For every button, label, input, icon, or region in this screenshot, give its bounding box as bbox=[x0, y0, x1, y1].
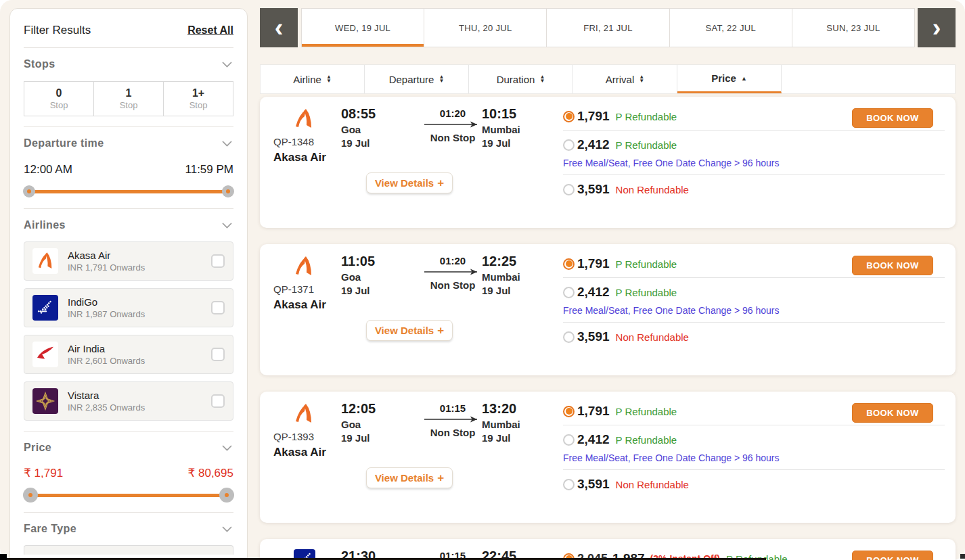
view-details-button[interactable]: View Details + bbox=[366, 172, 453, 193]
chevron-left-icon: ‹ bbox=[275, 11, 284, 45]
slider-handle-min[interactable] bbox=[23, 185, 35, 197]
airline-name: IndiGo bbox=[68, 296, 145, 308]
book-now-button[interactable]: BOOK NOW bbox=[852, 256, 933, 275]
book-now-button[interactable]: BOOK NOW bbox=[852, 108, 933, 128]
airlines-section-header[interactable]: Airlines bbox=[24, 219, 233, 231]
departure-city: Goa bbox=[341, 419, 376, 430]
fare-radio[interactable] bbox=[563, 287, 575, 298]
results-main: ‹ WED, 19 JUL THU, 20 JUL FRI, 21 JUL SA… bbox=[260, 8, 956, 560]
akasa-logo bbox=[290, 105, 318, 133]
airline-filter-item[interactable]: IndiGo INR 1,987 Onwards bbox=[24, 288, 233, 327]
reset-all-link[interactable]: Reset All bbox=[187, 24, 233, 37]
departure-time-section-header[interactable]: Departure time bbox=[24, 137, 233, 149]
date-tab[interactable]: THU, 20 JUL bbox=[424, 9, 547, 47]
date-tab[interactable]: SUN, 23 JUL bbox=[792, 9, 914, 47]
stops-section-header[interactable]: Stops bbox=[24, 58, 233, 70]
sort-both-icon: ▲▼ bbox=[539, 75, 545, 83]
fare-price: 1,791 bbox=[577, 256, 610, 271]
airline-name: Air India bbox=[68, 343, 145, 354]
airline-price-onwards: INR 1,791 Onwards bbox=[68, 262, 145, 273]
stops-filter-option[interactable]: 1+ Stop bbox=[164, 82, 233, 116]
fare-radio[interactable] bbox=[563, 331, 575, 343]
date-bar: ‹ WED, 19 JUL THU, 20 JUL FRI, 21 JUL SA… bbox=[260, 8, 956, 47]
date-tab[interactable]: FRI, 21 JUL bbox=[547, 9, 669, 47]
slider-handle-min[interactable] bbox=[23, 488, 38, 503]
flight-number: QP-1348 bbox=[273, 136, 314, 147]
plus-icon: + bbox=[437, 324, 444, 337]
airindia-logo bbox=[32, 342, 58, 367]
next-dates-button[interactable]: › bbox=[918, 8, 956, 47]
fare-price: 3,591 bbox=[577, 329, 610, 344]
fare-price: 2,412 bbox=[577, 432, 610, 447]
fare-radio[interactable] bbox=[563, 406, 575, 417]
sort-column-label: Price bbox=[711, 72, 736, 84]
view-details-button[interactable]: View Details + bbox=[366, 467, 453, 488]
slider-handle-max[interactable] bbox=[222, 185, 234, 197]
fare-radio[interactable] bbox=[563, 258, 575, 270]
fare-price: 3,591 bbox=[577, 182, 610, 197]
fare-radio[interactable] bbox=[563, 434, 575, 446]
airline-price-onwards: INR 1,987 Onwards bbox=[68, 309, 145, 319]
flight-card: QP-1393 Akasa Air 12:05 Goa 19 Jul 01:15… bbox=[260, 392, 956, 523]
fare-type-label: P Refundable bbox=[616, 287, 677, 298]
fare-price: 2,412 bbox=[577, 285, 610, 300]
airline-checkbox[interactable] bbox=[211, 394, 225, 408]
indigo-logo bbox=[32, 295, 58, 321]
stop-count: 1+ bbox=[164, 87, 233, 99]
departure-time-slider[interactable] bbox=[26, 185, 231, 198]
arrival-time: 13:20 bbox=[482, 401, 520, 417]
airline-name: Akasa Air bbox=[273, 298, 326, 312]
date-tab[interactable]: SAT, 22 JUL bbox=[670, 9, 792, 47]
price-slider[interactable] bbox=[26, 488, 231, 502]
prev-dates-button[interactable]: ‹ bbox=[260, 8, 298, 47]
chevron-down-icon bbox=[222, 445, 232, 451]
fare-radio[interactable] bbox=[563, 184, 575, 195]
airline-filter-item[interactable]: Air India INR 2,601 Onwards bbox=[24, 335, 233, 374]
sort-column[interactable]: Arrival ▲▼ ▲ bbox=[573, 65, 677, 93]
slider-handle-max[interactable] bbox=[219, 488, 234, 503]
price-min: ₹ 1,791 bbox=[24, 466, 63, 480]
sort-column[interactable]: Departure ▲▼ ▲ bbox=[365, 65, 469, 93]
slider-track[interactable] bbox=[26, 190, 231, 193]
price-section-header[interactable]: Price bbox=[24, 442, 233, 454]
airline-checkbox[interactable] bbox=[211, 348, 225, 361]
departure-time: 08:55 bbox=[341, 106, 376, 122]
slider-track[interactable] bbox=[26, 494, 231, 497]
stops-filter-option[interactable]: 1 Stop bbox=[94, 82, 164, 116]
fare-radio[interactable] bbox=[563, 111, 575, 122]
stops-filter-option[interactable]: 0 Stop bbox=[24, 82, 94, 116]
sort-column[interactable]: Duration ▲▼ ▲ bbox=[469, 65, 573, 93]
airlines-title: Airlines bbox=[24, 219, 66, 231]
arrival-date: 19 Jul bbox=[482, 137, 520, 149]
fare-note: Free Meal/Seat, Free One Date Change > 9… bbox=[563, 452, 945, 463]
book-now-button[interactable]: BOOK NOW bbox=[852, 551, 933, 560]
arrival-city: Mumbai bbox=[482, 419, 520, 430]
fare-option: 3,591 Non Refundable bbox=[563, 470, 945, 498]
date-tab[interactable]: WED, 19 JUL bbox=[302, 9, 424, 47]
airline-name: Akasa Air bbox=[273, 446, 326, 459]
sort-column[interactable]: Price ▲▼ ▲ bbox=[677, 65, 782, 93]
fare-type-label: Non Refundable bbox=[616, 184, 689, 195]
book-now-button[interactable]: BOOK NOW bbox=[852, 403, 933, 423]
window-edge-artifact bbox=[960, 554, 965, 559]
fare-radio[interactable] bbox=[563, 139, 575, 151]
airline-checkbox[interactable] bbox=[211, 254, 225, 268]
departure-time-end: 11:59 PM bbox=[185, 163, 233, 177]
airline-name: Akasa Air bbox=[273, 151, 326, 164]
sort-column[interactable]: Airline ▲▼ ▲ bbox=[261, 65, 365, 93]
airline-checkbox[interactable] bbox=[211, 301, 225, 314]
airline-filter-item[interactable]: Akasa Air INR 1,791 Onwards bbox=[24, 241, 233, 281]
date-tab-label: WED, 19 JUL bbox=[335, 23, 390, 33]
stop-count: 0 bbox=[24, 87, 93, 99]
chevron-down-icon bbox=[222, 141, 232, 147]
fare-type-section-header[interactable]: Fare Type bbox=[24, 523, 233, 535]
fare-type-option-partial[interactable] bbox=[24, 545, 233, 555]
fare-price: 2,412 bbox=[577, 137, 610, 152]
fare-radio[interactable] bbox=[563, 479, 575, 490]
akasa-logo bbox=[32, 248, 58, 274]
departure-city: Goa bbox=[341, 271, 375, 283]
sort-both-icon: ▲▼ bbox=[639, 75, 644, 83]
airline-name: Vistara bbox=[68, 390, 145, 401]
view-details-button[interactable]: View Details + bbox=[366, 320, 453, 341]
airline-filter-item[interactable]: Vistara INR 2,835 Onwards bbox=[24, 381, 233, 421]
